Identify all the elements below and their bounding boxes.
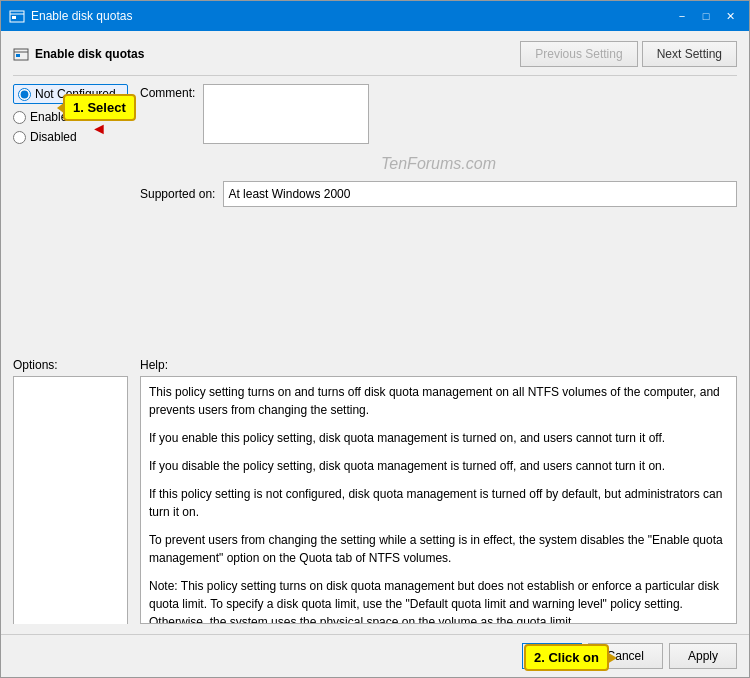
help-label: Help:	[140, 358, 737, 372]
title-bar: Enable disk quotas − □ ✕	[1, 1, 749, 31]
options-label: Options:	[13, 358, 128, 372]
select-annotation: 1. Select	[63, 94, 136, 121]
supported-section: Supported on: At least Windows 2000	[140, 181, 737, 207]
prev-setting-button[interactable]: Previous Setting	[520, 41, 637, 67]
title-bar-text: Enable disk quotas	[31, 9, 132, 23]
click-annotation: 2. Click on	[524, 644, 609, 671]
window-icon	[9, 8, 25, 24]
help-panel: Help: This policy setting turns on and t…	[140, 358, 737, 624]
options-panel: Options:	[13, 358, 128, 624]
svg-rect-5	[16, 54, 20, 57]
close-button[interactable]: ✕	[719, 7, 741, 25]
help-paragraph: This policy setting turns on and turns o…	[149, 383, 728, 419]
arrow-indicator: ◄	[91, 120, 107, 138]
not-configured-radio[interactable]	[18, 88, 31, 101]
supported-value: At least Windows 2000	[223, 181, 737, 207]
enabled-radio[interactable]	[13, 111, 26, 124]
options-box	[13, 376, 128, 624]
main-window: Enable disk quotas − □ ✕ Enable disk quo…	[0, 0, 750, 678]
title-bar-left: Enable disk quotas	[9, 8, 132, 24]
bottom-bar: 2. Click on OK Cancel Apply	[1, 634, 749, 677]
dialog-icon	[13, 46, 29, 62]
help-text: This policy setting turns on and turns o…	[140, 376, 737, 624]
main-content: Not Configured Enabled Disabled 1. Selec…	[13, 84, 737, 350]
title-bar-controls: − □ ✕	[671, 7, 741, 25]
disabled-radio[interactable]	[13, 131, 26, 144]
maximize-button[interactable]: □	[695, 7, 717, 25]
left-panel: Not Configured Enabled Disabled 1. Selec…	[13, 84, 128, 350]
help-paragraph: If you enable this policy setting, disk …	[149, 429, 728, 447]
comment-label: Comment:	[140, 86, 195, 100]
disabled-option[interactable]: Disabled	[13, 130, 128, 144]
help-paragraph: To prevent users from changing the setti…	[149, 531, 728, 567]
dialog-title: Enable disk quotas	[13, 46, 144, 62]
svg-rect-2	[12, 16, 16, 19]
next-setting-button[interactable]: Next Setting	[642, 41, 737, 67]
help-paragraph: If this policy setting is not configured…	[149, 485, 728, 521]
right-panel: Comment: TenForums.com Supported on: At …	[140, 84, 737, 350]
dialog-title-text: Enable disk quotas	[35, 47, 144, 61]
comment-section: Comment:	[140, 84, 737, 147]
nav-buttons: Previous Setting Next Setting	[520, 41, 737, 67]
apply-button[interactable]: Apply	[669, 643, 737, 669]
help-paragraph: If you disable the policy setting, disk …	[149, 457, 728, 475]
content-area: Enable disk quotas Previous Setting Next…	[1, 31, 749, 634]
bottom-panels: Options: Help: This policy setting turns…	[13, 358, 737, 624]
minimize-button[interactable]: −	[671, 7, 693, 25]
watermark: TenForums.com	[140, 155, 737, 173]
help-paragraph: Note: This policy setting turns on disk …	[149, 577, 728, 624]
dialog-header: Enable disk quotas Previous Setting Next…	[13, 41, 737, 76]
comment-textarea[interactable]	[203, 84, 369, 144]
disabled-label: Disabled	[30, 130, 77, 144]
supported-label: Supported on:	[140, 187, 215, 201]
